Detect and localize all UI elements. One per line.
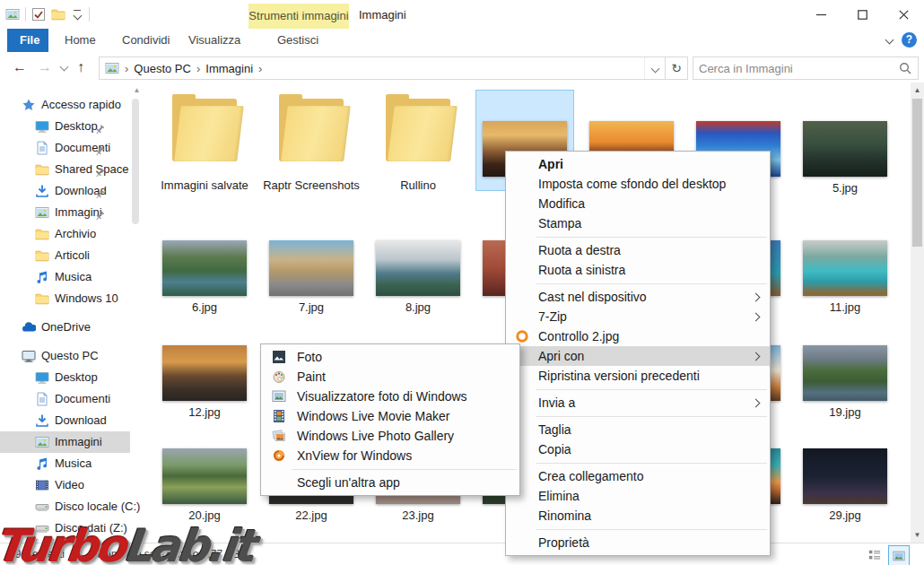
menu-item-invia-a[interactable]: Invia a [506,393,770,413]
grid-item-image[interactable]: 29.jpg [796,441,894,540]
grid-item-folder[interactable]: Rullino [369,93,467,205]
menu-item-elimina[interactable]: Elimina [506,486,770,506]
address-field[interactable]: › Questo PC›Immagini› ↻ [99,56,688,80]
file-name: 7.jpg [262,300,361,314]
sidebar-item-desktop[interactable]: Desktop [0,116,130,137]
back-icon[interactable]: ← [13,58,27,76]
scroll-up-icon[interactable]: ▲ [911,86,924,94]
scroll-down-icon[interactable]: ▼ [911,531,924,539]
thumbnails-view-button[interactable] [888,545,910,565]
tab-gestisci[interactable]: Gestisci [255,29,341,52]
sidebar-item-download[interactable]: Download [0,410,130,431]
sidebar-item-archivio[interactable]: Archivio [0,223,130,245]
new-folder-icon[interactable] [51,7,65,22]
sidebar-item-musica[interactable]: Musica [0,266,130,288]
details-view-button[interactable] [865,545,885,564]
address-dropdown-icon[interactable] [644,57,665,79]
divider [89,7,90,22]
forward-icon[interactable]: → [38,58,52,76]
sidebar-item-articoli[interactable]: Articoli [0,245,130,266]
ribbon-right-controls: ? [886,32,917,48]
watermark-turbo: Turbo [0,520,126,565]
folder-icon [379,93,458,167]
menu-item-copia[interactable]: Copia [506,439,770,459]
sidebar-item-musica[interactable]: Musica [0,453,130,474]
check-icon[interactable] [31,7,46,22]
minimize-button[interactable] [800,0,841,29]
open-with-windows-live-movie-maker[interactable]: Windows Live Movie Maker [261,406,519,426]
grid-item-image[interactable]: 12.jpg [155,338,254,437]
open-with-foto[interactable]: Foto [261,347,519,367]
menu-item-imposta-come-sfondo-del-desktop[interactable]: Imposta come sfondo del desktop [506,174,770,194]
breadcrumb-chevron[interactable]: › [195,62,202,75]
menu-item-controllo-2-jpg[interactable]: Controllo 2.jpg [506,326,770,346]
sidebar-item-immagini[interactable]: Immagini [0,202,130,223]
close-button[interactable] [883,0,924,29]
grid-item-image[interactable]: 8.jpg [369,233,467,332]
grid-item-image[interactable]: 7.jpg [262,233,361,332]
open-with-xnview-for-windows[interactable]: XnView for Windows [261,446,519,465]
menu-item-stampa[interactable]: Stampa [506,213,770,233]
customize-quick-access-icon[interactable] [71,10,83,20]
sidebar-item-onedrive[interactable]: OneDrive [0,317,130,338]
submenu-arrow-icon [752,293,761,302]
breadcrumb-item[interactable]: Questo PC [130,62,195,75]
menu-item-ripristina-versioni-precedenti[interactable]: Ripristina versioni precedenti [506,366,770,386]
sidebar-item-download[interactable]: Download [0,180,130,202]
scrollbar-thumb[interactable] [132,99,139,224]
menu-item-taglia[interactable]: Taglia [506,420,770,439]
grid-item-folder[interactable]: Raptr Screenshots [262,93,361,205]
sidebar-scrollbar[interactable]: ▲ [130,83,141,543]
scrollbar-thumb[interactable] [912,99,922,247]
open-with-paint[interactable]: Paint [261,367,519,387]
sidebar-item-documenti[interactable]: Documenti [0,137,130,159]
search-icon[interactable] [898,61,912,75]
collapse-ribbon-icon[interactable] [885,36,894,45]
up-icon[interactable]: ↑ [77,58,84,76]
menu-item-ruota-a-sinistra[interactable]: Ruota a sinistra [506,260,770,280]
grid-item-image[interactable]: 19.jpg [796,338,894,437]
grid-item-image[interactable]: 11.jpg [796,233,894,332]
menu-item-modifica[interactable]: Modifica [506,194,770,213]
open-with-windows-live-photo-gallery[interactable]: Windows Live Photo Gallery [261,426,519,446]
breadcrumb-item[interactable]: Immagini [202,62,257,75]
recent-locations-icon[interactable] [60,63,69,72]
sidebar-item-video[interactable]: Video [0,474,130,496]
menu-item-apri[interactable]: Apri [506,154,770,174]
sidebar-item-immagini[interactable]: Immagini [0,431,130,453]
grid-item-image[interactable]: 6.jpg [155,233,254,332]
open-with-scegli-un-altra-app[interactable]: Scegli un'altra app [261,473,519,492]
menu-item-apri-con[interactable]: Apri con [506,346,770,366]
sidebar-item-accesso-rapido[interactable]: Accesso rapido [0,94,130,116]
search-input[interactable] [693,62,898,75]
sidebar-item-documenti[interactable]: Documenti [0,388,130,410]
divider [25,7,26,22]
open-with-visualizzatore-foto-di-windows[interactable]: Visualizzatore foto di Windows [261,387,519,406]
refresh-icon[interactable]: ↻ [665,57,687,79]
tab-condividi[interactable]: Condividi [109,29,174,52]
help-icon[interactable]: ? [902,32,917,48]
menu-item-cast-nel-dispositivo[interactable]: Cast nel dispositivo [506,287,770,307]
menu-item-ruota-a-destra[interactable]: Ruota a destra [506,240,770,260]
sidebar-item-questo-pc[interactable]: Questo PC [0,345,130,367]
breadcrumb-chevron[interactable]: › [257,62,264,75]
menu-item-propriet-[interactable]: Proprietà [506,533,770,552]
menu-item-crea-collegamento[interactable]: Crea collegamento [506,466,770,486]
menu-item-7-zip[interactable]: 7-Zip [506,307,770,326]
menu-separator [536,529,767,530]
sidebar-item-desktop[interactable]: Desktop [0,367,130,388]
tab-file[interactable]: File [7,29,48,52]
sidebar-item-windows-10[interactable]: Windows 10 [0,288,130,309]
menu-item-label: Rinomina [538,508,591,523]
tab-visualizza[interactable]: Visualizza [176,29,240,52]
tab-home[interactable]: Home [52,29,102,52]
maximize-button[interactable] [841,0,883,29]
sidebar-item-disco-locale-c-[interactable]: Disco locale (C:) [0,496,130,517]
grid-item-image[interactable]: 5.jpg [796,114,894,213]
file-name: 8.jpg [369,300,467,314]
menu-item-rinomina[interactable]: Rinomina [506,506,770,526]
scroll-up-icon[interactable]: ▲ [130,86,144,94]
grid-item-folder[interactable]: Immagini salvate [155,93,254,205]
sidebar-item-shared-space[interactable]: Shared Space [0,159,130,180]
content-scrollbar[interactable]: ▲ ▼ [911,83,924,543]
